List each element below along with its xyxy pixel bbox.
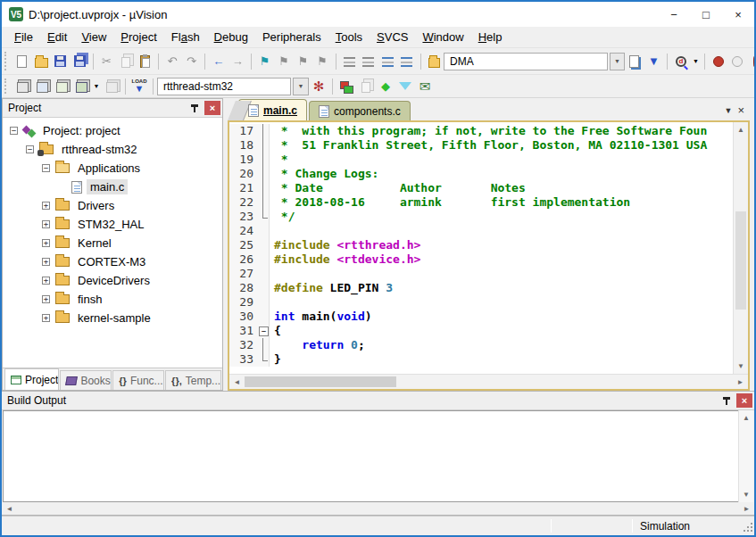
file-extensions-button[interactable] (356, 77, 376, 96)
paste-button[interactable] (136, 52, 154, 71)
expand-icon[interactable]: + (42, 314, 50, 322)
copy-button[interactable] (116, 52, 135, 71)
rebuild-button[interactable] (52, 77, 71, 96)
scroll-up-icon[interactable]: ▲ (734, 122, 749, 137)
pin-panel-button[interactable] (187, 101, 203, 116)
kill-breakpoints-button[interactable] (747, 52, 754, 71)
incremental-find-button[interactable]: ▼ (644, 52, 663, 71)
expand-icon[interactable]: + (42, 220, 50, 228)
scroll-right-icon[interactable]: ► (733, 375, 748, 390)
scroll-up-icon[interactable]: ▲ (739, 410, 754, 425)
disable-breakpoint-button[interactable] (728, 52, 747, 71)
collapse-icon[interactable]: − (10, 127, 18, 135)
code-line-29[interactable]: 29 (229, 295, 733, 310)
redo-button[interactable]: ↷ (182, 52, 201, 71)
tree-item-drivers[interactable]: +Drivers (3, 196, 222, 215)
collapse-icon[interactable]: − (42, 164, 50, 172)
save-all-button[interactable] (70, 52, 88, 71)
code-line-25[interactable]: 25#include <rtthread.h> (229, 238, 733, 252)
code-line-33[interactable]: 33} (229, 352, 733, 367)
code-line-30[interactable]: 30int main(void) (229, 310, 733, 324)
options-for-target-button[interactable]: ✻ (309, 77, 328, 96)
manage-rte-button[interactable]: ◆ (376, 77, 395, 96)
indent-button[interactable] (340, 52, 359, 71)
menu-peripherals[interactable]: Peripherals (255, 29, 328, 45)
target-combobox[interactable]: rtthread-stm32 (157, 78, 291, 95)
next-bookmark-button[interactable]: ⚑ (294, 52, 312, 71)
code-line-24[interactable]: 24 (229, 224, 733, 238)
search-combobox[interactable]: DMA (444, 53, 608, 70)
tree-item-kernel[interactable]: +Kernel (3, 234, 222, 252)
code-line-17[interactable]: 17 * with this program; if not, write to… (229, 124, 733, 138)
menu-help[interactable]: Help (471, 29, 510, 45)
editor-horizontal-scrollbar[interactable]: ◄ ► (229, 374, 748, 389)
pack-installer-button[interactable]: ✉ (415, 77, 435, 96)
new-file-button[interactable] (12, 52, 31, 71)
menu-edit[interactable]: Edit (40, 29, 74, 45)
build-output-horizontal-scrollbar[interactable]: ◄ ► (2, 502, 754, 515)
code-line-19[interactable]: 19 * (229, 153, 733, 167)
tree-item-finsh[interactable]: +finsh (3, 290, 222, 309)
scroll-right-icon[interactable]: ► (739, 502, 754, 515)
target-dropdown-button[interactable]: ▼ (293, 78, 309, 95)
editor-vertical-scrollbar[interactable]: ▲ ▼ (733, 122, 748, 374)
scroll-left-icon[interactable]: ◄ (2, 502, 17, 515)
navigate-forward-button[interactable]: → (228, 52, 247, 71)
editor-tab-components-c[interactable]: components.c (309, 101, 411, 120)
code-line-20[interactable]: 20 * Change Logs: (229, 167, 733, 181)
toolbar-grip[interactable] (4, 52, 10, 70)
menu-file[interactable]: File (7, 29, 40, 45)
tree-item-project-project[interactable]: −Project: project (3, 121, 222, 140)
resize-grip[interactable] (740, 519, 754, 533)
prev-bookmark-button[interactable]: ⚑ (274, 52, 293, 71)
horizontal-scroll-thumb[interactable] (245, 376, 396, 387)
pin-panel-button[interactable] (719, 393, 735, 409)
build-button[interactable] (32, 77, 52, 96)
translate-file-button[interactable] (12, 77, 32, 96)
code-line-18[interactable]: 18 * 51 Franklin Street, Fifth Floor, Bo… (229, 138, 733, 153)
build-output-content[interactable] (3, 410, 738, 502)
close-build-output-button[interactable]: × (736, 393, 752, 408)
code-line-22[interactable]: 22 * 2018-08-16 armink first implementat… (229, 195, 733, 210)
scroll-left-icon[interactable]: ◄ (229, 375, 245, 390)
undo-button[interactable]: ↶ (162, 52, 181, 71)
vertical-scroll-thumb[interactable] (735, 211, 746, 310)
expand-icon[interactable]: + (42, 295, 50, 303)
uncomment-selection-button[interactable] (397, 52, 416, 71)
expand-icon[interactable]: + (42, 239, 50, 247)
code-line-21[interactable]: 21 * Date Author Notes (229, 181, 733, 195)
panel-tab-temp[interactable]: {},Temp... (165, 370, 221, 390)
collapse-icon[interactable]: − (26, 145, 34, 153)
menu-view[interactable]: View (74, 29, 113, 45)
manage-project-items-button[interactable] (336, 77, 356, 96)
code-lines[interactable]: 17 * with this program; if not, write to… (229, 122, 733, 374)
panel-tab-project[interactable]: Project (4, 368, 59, 390)
batch-build-button[interactable] (71, 77, 91, 96)
code-line-31[interactable]: 31{ (229, 324, 733, 338)
code-line-26[interactable]: 26#include <rtdevice.h> (229, 252, 733, 267)
navigate-back-button[interactable]: ← (209, 52, 228, 71)
code-line-27[interactable]: 27 (229, 267, 733, 281)
expand-icon[interactable]: + (42, 202, 50, 210)
clear-bookmarks-button[interactable]: ⚑ (312, 52, 331, 71)
document-list-button[interactable]: ▼ (724, 106, 732, 115)
find-next-dropdown-button[interactable]: ▼ (691, 52, 702, 71)
maximize-button[interactable]: □ (690, 2, 722, 27)
find-in-files-button[interactable] (425, 52, 444, 71)
batch-build-dropdown-button[interactable]: ▼ (91, 77, 102, 96)
panel-tab-func[interactable]: {}Func... (112, 370, 164, 390)
close-document-button[interactable]: × (737, 103, 744, 117)
select-folders-button[interactable] (395, 77, 415, 96)
code-line-28[interactable]: 28#define LED_PIN 3 (229, 281, 733, 295)
close-project-panel-button[interactable]: × (204, 101, 220, 115)
insert-breakpoint-button[interactable] (709, 52, 727, 71)
tree-item-cortex-m3[interactable]: +CORTEX-M3 (3, 252, 222, 271)
comment-selection-button[interactable] (378, 52, 397, 71)
code-line-32[interactable]: 32 return 0; (229, 338, 733, 352)
scroll-down-icon[interactable]: ▼ (734, 359, 749, 374)
fold-collapse-icon[interactable] (258, 324, 270, 338)
toggle-bookmark-button[interactable]: ⚑ (255, 52, 274, 71)
find-next-button[interactable]: d (671, 52, 690, 71)
tree-item-kernel-sample[interactable]: +kernel-sample (3, 309, 222, 327)
code-line-23[interactable]: 23 */ (229, 210, 733, 224)
